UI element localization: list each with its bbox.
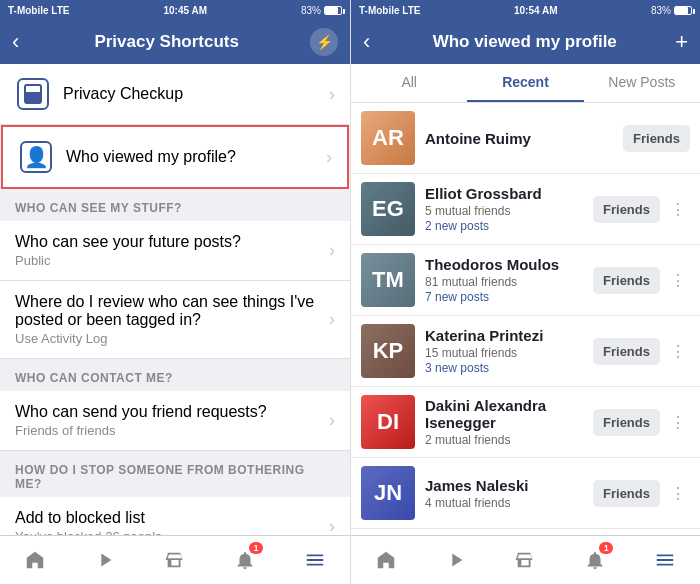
- notification-badge-right: 1: [599, 542, 613, 554]
- who-viewed-item[interactable]: 👤 Who viewed my profile? ›: [1, 125, 349, 189]
- privacy-checkup-icon-wrap: [15, 76, 51, 112]
- more-dots-1[interactable]: ⋮: [666, 196, 690, 223]
- activity-log-text: Where do I review who can see things I'v…: [15, 293, 321, 346]
- viewer-info-2: Theodoros Moulos 81 mutual friends 7 new…: [425, 256, 585, 304]
- blocked-list-title: Add to blocked list: [15, 509, 321, 527]
- blocked-list-item[interactable]: Add to blocked list You've blocked 26 pe…: [0, 497, 350, 535]
- viewer-mutual-5: 4 mutual friends: [425, 496, 585, 510]
- battery-area-right: 83%: [651, 5, 692, 16]
- messenger-button[interactable]: ⚡: [310, 28, 338, 56]
- person-icon: 👤: [20, 141, 52, 173]
- carrier-left: T-Mobile LTE: [8, 5, 69, 16]
- tab-notifications-right[interactable]: 1: [560, 536, 630, 584]
- chevron-icon-activity: ›: [329, 309, 335, 330]
- nav-title-right: Who viewed my profile: [374, 32, 675, 52]
- nav-bar-left: ‹ Privacy Shortcuts ⚡: [0, 20, 350, 64]
- more-dots-2[interactable]: ⋮: [666, 267, 690, 294]
- future-posts-subtitle: Public: [15, 253, 321, 268]
- profile-tabs: All Recent New Posts: [351, 64, 700, 103]
- battery-icon-left: [324, 6, 342, 15]
- future-posts-item[interactable]: Who can see your future posts? Public ›: [0, 221, 350, 281]
- left-screen: T-Mobile LTE 10:45 AM 83% ‹ Privacy Shor…: [0, 0, 350, 584]
- viewer-info-1: Elliot Grossbard 5 mutual friends 2 new …: [425, 185, 585, 233]
- tab-bar-right: 1: [351, 535, 700, 584]
- viewer-item-5: JN James Naleski 4 mutual friends Friend…: [351, 458, 700, 529]
- left-content: Privacy Checkup › 👤 Who viewed my profil…: [0, 64, 350, 535]
- avatar-2: TM: [361, 253, 415, 307]
- plus-button-right[interactable]: +: [675, 29, 688, 55]
- lock-icon: [17, 78, 49, 110]
- back-button-left[interactable]: ‹: [12, 27, 23, 57]
- viewer-mutual-1: 5 mutual friends: [425, 204, 585, 218]
- video-icon-right: [445, 549, 467, 571]
- avatar-initials-5: JN: [361, 466, 415, 520]
- avatar-4: DI: [361, 395, 415, 449]
- friends-btn-5[interactable]: Friends: [593, 480, 660, 507]
- store-icon-left: [164, 549, 186, 571]
- tab-marketplace-left[interactable]: [140, 536, 210, 584]
- viewer-name-3: Katerina Printezi: [425, 327, 585, 344]
- viewer-info-0: Antoine Ruimy: [425, 130, 615, 147]
- status-bar-right: T-Mobile LTE 10:54 AM 83%: [351, 0, 700, 20]
- viewer-name-4: Dakini Alexandra Isenegger: [425, 397, 585, 431]
- viewer-item-3: KP Katerina Printezi 15 mutual friends 3…: [351, 316, 700, 387]
- tab-recent[interactable]: Recent: [467, 64, 583, 102]
- tab-notifications-left[interactable]: 1: [210, 536, 280, 584]
- avatar-0: AR: [361, 111, 415, 165]
- more-dots-5[interactable]: ⋮: [666, 480, 690, 507]
- friends-btn-3[interactable]: Friends: [593, 338, 660, 365]
- viewer-item-1: EG Elliot Grossbard 5 mutual friends 2 n…: [351, 174, 700, 245]
- battery-percent-right: 83%: [651, 5, 671, 16]
- who-viewed-icon-wrap: 👤: [18, 139, 54, 175]
- time-left: 10:45 AM: [163, 5, 207, 16]
- tab-home-left[interactable]: [0, 536, 70, 584]
- tab-marketplace-right[interactable]: [491, 536, 561, 584]
- friends-btn-1[interactable]: Friends: [593, 196, 660, 223]
- privacy-checkup-title: Privacy Checkup: [63, 85, 321, 103]
- friends-btn-2[interactable]: Friends: [593, 267, 660, 294]
- tab-all[interactable]: All: [351, 64, 467, 102]
- activity-log-item[interactable]: Where do I review who can see things I'v…: [0, 281, 350, 359]
- more-dots-4[interactable]: ⋮: [666, 409, 690, 436]
- viewer-name-2: Theodoros Moulos: [425, 256, 585, 273]
- activity-log-subtitle: Use Activity Log: [15, 331, 321, 346]
- more-dots-3[interactable]: ⋮: [666, 338, 690, 365]
- battery-fill-left: [325, 7, 338, 14]
- right-screen: T-Mobile LTE 10:54 AM 83% ‹ Who viewed m…: [350, 0, 700, 584]
- notification-badge-left: 1: [249, 542, 263, 554]
- viewer-item-2: TM Theodoros Moulos 81 mutual friends 7 …: [351, 245, 700, 316]
- battery-area-left: 83%: [301, 5, 342, 16]
- avatar-5: JN: [361, 466, 415, 520]
- tab-menu-right[interactable]: [630, 536, 700, 584]
- tab-menu-left[interactable]: [280, 536, 350, 584]
- battery-percent-left: 83%: [301, 5, 321, 16]
- viewer-item-0: AR Antoine Ruimy Friends: [351, 103, 700, 174]
- tab-new-posts[interactable]: New Posts: [584, 64, 700, 102]
- viewer-mutual-4: 2 mutual friends: [425, 433, 585, 447]
- tab-home-right[interactable]: [351, 536, 421, 584]
- friend-requests-item[interactable]: Who can send you friend requests? Friend…: [0, 391, 350, 451]
- menu-icon-right: [654, 549, 676, 571]
- privacy-checkup-item[interactable]: Privacy Checkup ›: [0, 64, 350, 125]
- avatar-initials-1: EG: [361, 182, 415, 236]
- tab-video-left[interactable]: [70, 536, 140, 584]
- friends-btn-0[interactable]: Friends: [623, 125, 690, 152]
- viewer-info-5: James Naleski 4 mutual friends: [425, 477, 585, 510]
- friend-requests-subtitle: Friends of friends: [15, 423, 321, 438]
- messenger-icon: ⚡: [316, 34, 333, 50]
- friends-btn-4[interactable]: Friends: [593, 409, 660, 436]
- back-button-right[interactable]: ‹: [363, 27, 374, 57]
- chevron-icon-who-viewed: ›: [326, 147, 332, 168]
- section-header-block: HOW DO I STOP SOMEONE FROM BOTHERING ME?: [0, 451, 350, 497]
- store-icon-right: [514, 549, 536, 571]
- privacy-checkup-text: Privacy Checkup: [63, 85, 321, 103]
- viewer-newposts-2: 7 new posts: [425, 290, 585, 304]
- home-icon-right: [375, 549, 397, 571]
- video-icon-left: [94, 549, 116, 571]
- tab-video-right[interactable]: [421, 536, 491, 584]
- avatar-initials-3: KP: [361, 324, 415, 378]
- avatar-1: EG: [361, 182, 415, 236]
- viewer-name-5: James Naleski: [425, 477, 585, 494]
- viewer-mutual-3: 15 mutual friends: [425, 346, 585, 360]
- who-viewed-text: Who viewed my profile?: [66, 148, 318, 166]
